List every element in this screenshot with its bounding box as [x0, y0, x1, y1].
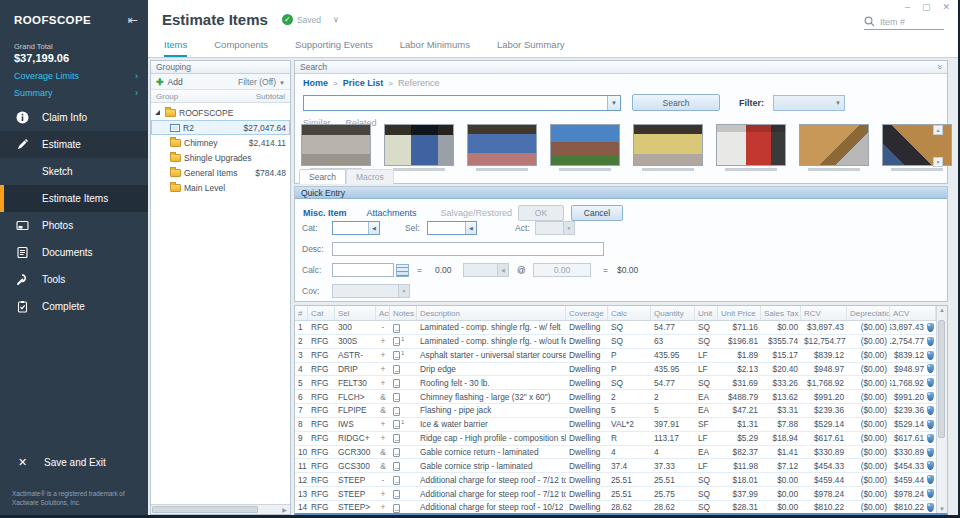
thumbnails-scroll-up[interactable]: ▲ — [933, 125, 943, 135]
estimate-item-row[interactable]: 9RFGRIDGC++Ridge cap - High profile - co… — [295, 432, 936, 446]
item-notes[interactable] — [390, 502, 417, 512]
column-header-depreciation[interactable]: Depreciation — [847, 306, 890, 320]
group-row-shingle-upgrades[interactable]: Shingle Upgrades — [151, 150, 290, 165]
subtab-macros[interactable]: Macros — [346, 169, 394, 184]
note-icon[interactable] — [393, 448, 400, 457]
note-icon[interactable] — [393, 365, 400, 374]
price-list-search-field[interactable]: ▼ — [303, 95, 621, 111]
reference-image[interactable] — [550, 124, 620, 166]
note-icon[interactable] — [393, 379, 400, 388]
note-icon[interactable] — [393, 407, 400, 416]
filter-dropdown[interactable]: ▼ — [773, 95, 845, 111]
note-icon[interactable] — [393, 337, 400, 346]
item-notes[interactable] — [390, 405, 417, 415]
sidebar-item-photos[interactable]: Photos — [0, 212, 148, 239]
reference-image[interactable] — [716, 124, 786, 166]
column-header-sales-tax[interactable]: Sales Tax — [761, 306, 801, 320]
item-notes[interactable]: 1 — [390, 336, 417, 346]
item-notes[interactable]: 1 — [390, 419, 417, 429]
column-header-sel[interactable]: Sel — [335, 306, 376, 320]
item-notes[interactable] — [390, 433, 417, 443]
coverage-shield-icon[interactable] — [927, 378, 934, 387]
attachments-link[interactable]: Attachments — [367, 208, 417, 218]
estimate-item-row[interactable]: 6RFGFLCH>&Chimney flashing - large (32" … — [295, 390, 936, 404]
estimate-item-row[interactable]: 12RFGSTEEP-Additional charge for steep r… — [295, 473, 936, 487]
thumbnail-item[interactable] — [301, 124, 371, 171]
reference-image[interactable] — [633, 124, 703, 166]
column-header-cat[interactable]: Cat — [308, 306, 335, 320]
tab-items[interactable]: Items — [164, 39, 187, 57]
tab-labor-minimums[interactable]: Labor Minimums — [400, 39, 470, 57]
column-header-unit[interactable]: Unit — [695, 306, 718, 320]
item-notes[interactable] — [390, 475, 417, 485]
note-icon[interactable] — [393, 504, 400, 513]
estimate-item-row[interactable]: 4RFGDRIP+Drip edgeDwellingP435.95LF$2.13… — [295, 363, 936, 377]
table-vertical-scrollbar[interactable]: ▲ ▼ — [936, 306, 947, 513]
reference-image[interactable] — [467, 124, 537, 166]
coverage-shield-icon[interactable] — [927, 434, 934, 443]
calculator-icon[interactable] — [396, 264, 409, 277]
estimate-item-row[interactable]: 13RFGSTEEP+Additional charge for steep r… — [295, 487, 936, 501]
sidebar-item-documents[interactable]: Documents — [0, 239, 148, 266]
thumbnail-item[interactable] — [799, 124, 869, 171]
scrollbar-thumb[interactable] — [938, 320, 945, 438]
thumbnail-item[interactable] — [633, 124, 703, 171]
collapse-panel-icon[interactable]: » — [934, 64, 944, 69]
column-header-rcv[interactable]: RCV — [801, 306, 847, 320]
estimate-item-row[interactable]: 11RFGGCS300&Gable cornice strip - lamina… — [295, 459, 936, 473]
minimize-button[interactable]: – — [905, 2, 910, 12]
estimate-item-row[interactable]: 14RFGSTEEP>+Additional charge for steep … — [295, 501, 936, 513]
add-group-button[interactable]: Add — [168, 77, 183, 87]
breadcrumb-home[interactable]: Home — [303, 78, 328, 88]
note-icon[interactable] — [393, 490, 400, 499]
coverage-shield-icon[interactable] — [927, 392, 934, 401]
item-notes[interactable] — [390, 461, 417, 471]
maximize-button[interactable]: ▢ — [922, 2, 931, 12]
calc-input[interactable] — [332, 263, 394, 277]
close-button[interactable]: ✕ — [942, 2, 950, 12]
reference-image[interactable] — [799, 124, 869, 166]
item-notes[interactable] — [390, 364, 417, 374]
chevron-down-icon[interactable]: ∨ — [333, 15, 339, 24]
item-notes[interactable] — [390, 488, 417, 498]
sidebar-link-coverage-limits[interactable]: Coverage Limits› — [14, 71, 148, 81]
item-notes[interactable] — [390, 378, 417, 388]
sidebar-item-complete[interactable]: Complete — [0, 293, 148, 320]
coverage-shield-icon[interactable] — [927, 337, 934, 346]
ok-button[interactable]: OK — [518, 205, 564, 221]
item-notes[interactable] — [390, 447, 417, 457]
estimate-item-row[interactable]: 3RFGASTR-+1Asphalt starter - universal s… — [295, 349, 936, 363]
thumbnail-item[interactable] — [716, 124, 786, 171]
group-row-r2[interactable]: R2$27,047.64 — [151, 120, 290, 135]
cat-combo[interactable]: ◀ — [332, 221, 380, 235]
coverage-shield-icon[interactable] — [927, 475, 934, 484]
subtab-search[interactable]: Search — [299, 169, 346, 184]
item-number-search[interactable] — [864, 16, 944, 30]
reference-image[interactable] — [301, 124, 371, 166]
coverage-shield-icon[interactable] — [927, 461, 934, 470]
coverage-shield-icon[interactable] — [927, 420, 934, 429]
sidebar-item-tools[interactable]: Tools — [0, 266, 148, 293]
coverage-shield-icon[interactable] — [927, 364, 934, 373]
note-icon[interactable] — [393, 324, 400, 333]
sidebar-item-estimate[interactable]: Estimate — [0, 131, 148, 158]
thumbnail-item[interactable] — [467, 124, 537, 171]
column-header-acv[interactable]: ACV — [890, 306, 936, 320]
tab-components[interactable]: Components — [214, 39, 268, 57]
desc-input[interactable] — [332, 242, 604, 256]
scrollbar-thumb[interactable] — [152, 506, 258, 513]
search-button[interactable]: Search — [632, 94, 720, 111]
group-row-chimney[interactable]: Chimney$2,414.11 — [151, 135, 290, 150]
tab-supporting-events[interactable]: Supporting Events — [295, 39, 373, 57]
item-notes[interactable] — [390, 322, 417, 332]
item-notes[interactable]: 1 — [390, 350, 417, 360]
group-row-general-items[interactable]: General Items$784.48 — [151, 165, 290, 180]
estimate-item-row[interactable]: 10RFGGCR300&Gable cornice return - lamin… — [295, 446, 936, 460]
coverage-shield-icon[interactable] — [927, 323, 934, 332]
tree-expander-icon[interactable] — [155, 110, 160, 115]
sidebar-collapse-icon[interactable]: ⇤ — [128, 13, 138, 27]
note-icon[interactable] — [393, 420, 400, 429]
coverage-shield-icon[interactable] — [927, 489, 934, 498]
column-header-calc[interactable]: Calc — [608, 306, 651, 320]
column-header-unit-price[interactable]: Unit Price — [718, 306, 761, 320]
